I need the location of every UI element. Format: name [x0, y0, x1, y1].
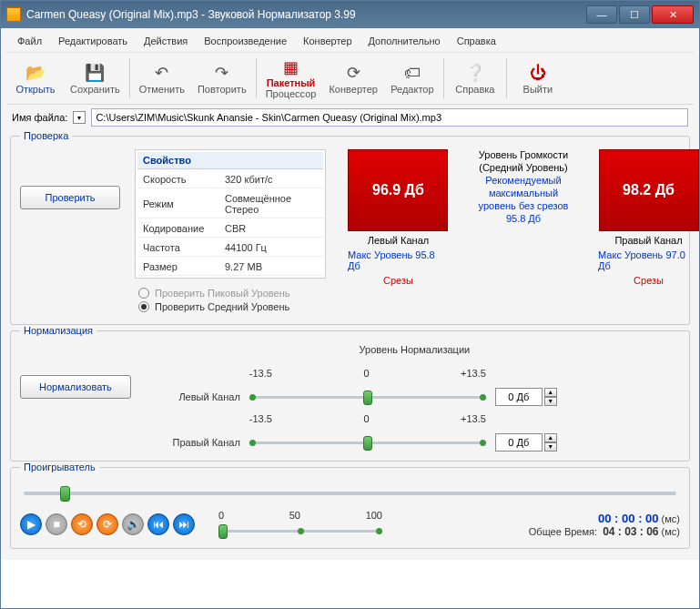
player-legend: Проигрыватель — [20, 462, 99, 472]
radio-icon — [138, 301, 149, 312]
help-button[interactable]: ❔Справка — [448, 56, 502, 100]
radio-average[interactable]: Проверить Средний Уровень — [138, 301, 326, 312]
table-row: РежимСовмещённое Стерео — [137, 190, 323, 218]
loop-button[interactable]: ⟳ — [96, 513, 118, 535]
norm-title: Уровень Нормализации — [149, 344, 680, 355]
player-panel: Проигрыватель ▶ ■ ⟲ ⟳ 🔊 ⏮ ⏭ 0 — [10, 467, 690, 549]
left-channel-slider-label: Левый Канал — [149, 391, 240, 402]
converter-button[interactable]: ⟳Конвертер — [323, 56, 382, 100]
table-row: Скорость320 кбит/с — [137, 171, 323, 188]
filename-label: Имя файла: — [12, 112, 67, 123]
loudness-title: Уровень Громкости — [479, 149, 568, 160]
editor-button[interactable]: 🏷Редактор — [385, 56, 440, 100]
minimize-button[interactable]: — — [586, 5, 617, 24]
table-row: Частота44100 Гц — [137, 239, 323, 257]
menu-file[interactable]: Файл — [10, 33, 49, 49]
file-dropdown-button[interactable]: ▾ — [73, 111, 86, 124]
toolbar: 📂Открыть 💾Сохранить ↶Отменить ↷Повторить… — [6, 53, 694, 105]
tag-icon: 🏷 — [401, 62, 423, 84]
current-time: 00 : 00 : 00 — [598, 512, 659, 525]
stop-button[interactable]: ■ — [46, 513, 67, 535]
titlebar[interactable]: Carmen Queasy (Original Mix).mp3 - Звуко… — [1, 1, 699, 28]
normalize-legend: Нормализация — [20, 325, 96, 336]
radio-icon — [138, 288, 149, 299]
total-time-label: Общее Время: — [529, 526, 597, 537]
table-row: КодированиеCBR — [137, 220, 323, 238]
spinner-down-button[interactable]: ▼ — [544, 442, 557, 452]
left-clips: Срезы — [383, 275, 413, 286]
app-window: Carmen Queasy (Original Mix).mp3 - Звуко… — [0, 0, 700, 609]
maximize-button[interactable]: ☐ — [619, 5, 650, 24]
file-row: Имя файла: ▾ — [6, 105, 694, 130]
right-channel-input[interactable] — [495, 433, 543, 452]
undo-icon: ↶ — [151, 62, 173, 84]
check-legend: Проверка — [20, 130, 72, 141]
app-icon — [6, 7, 21, 22]
spinner-down-button[interactable]: ▼ — [544, 397, 557, 406]
right-channel-label: Правый Канал — [614, 235, 682, 246]
close-button[interactable]: ✕ — [652, 5, 694, 24]
menu-extra[interactable]: Дополнительно — [361, 33, 448, 49]
menu-edit[interactable]: Редактировать — [51, 33, 135, 49]
right-channel-slider[interactable] — [249, 434, 486, 451]
right-channel-slider-label: Правый Канал — [149, 437, 240, 448]
play-button[interactable]: ▶ — [20, 513, 42, 535]
right-max-level: Макс Уровень 97.0 Дб — [598, 249, 699, 271]
redo-button[interactable]: ↷Повторить — [192, 56, 252, 100]
properties-header: Свойство — [137, 152, 323, 169]
menu-help[interactable]: Справка — [450, 33, 503, 49]
undo-button[interactable]: ↶Отменить — [134, 56, 190, 100]
help-icon: ❔ — [464, 62, 486, 84]
batch-icon: ▦ — [280, 57, 302, 77]
volume-slider[interactable] — [218, 523, 382, 539]
convert-icon: ⟳ — [342, 62, 364, 84]
left-channel-slider[interactable] — [249, 389, 486, 405]
normalize-panel: Нормализация Нормализовать Уровень Норма… — [10, 330, 690, 462]
progress-slider[interactable] — [24, 484, 676, 502]
menu-actions[interactable]: Действия — [137, 33, 195, 49]
total-time: 04 : 03 : 06 — [603, 525, 658, 538]
volume-button[interactable]: 🔊 — [122, 513, 144, 535]
loudness-subtitle: (Средний Уровень) — [479, 162, 567, 173]
repeat-button[interactable]: ⟲ — [71, 513, 93, 535]
normalize-button[interactable]: Нормализовать — [20, 375, 131, 399]
left-level-box: 96.9 Дб — [348, 149, 448, 231]
left-channel-label: Левый Канал — [368, 235, 429, 246]
check-panel: Проверка Проверить Свойство Скорость320 … — [10, 136, 690, 325]
right-clips: Срезы — [634, 275, 664, 286]
open-button[interactable]: 📂Открыть — [8, 56, 63, 100]
power-icon: ⏻ — [527, 62, 549, 84]
batch-button[interactable]: ▦ПакетныйПроцессор — [260, 56, 322, 100]
save-button[interactable]: 💾Сохранить — [65, 56, 126, 100]
menubar: Файл Редактировать Действия Воспроизведе… — [6, 30, 694, 53]
menu-converter[interactable]: Конвертер — [296, 33, 359, 49]
menu-playback[interactable]: Воспроизведение — [197, 33, 294, 49]
radio-peak[interactable]: Проверить Пиковый Уровень — [138, 288, 326, 299]
redo-icon: ↷ — [211, 62, 233, 84]
spinner-up-button[interactable]: ▲ — [544, 433, 557, 442]
filename-input[interactable] — [91, 108, 688, 127]
right-level-box: 98.2 Дб — [599, 149, 699, 231]
exit-button[interactable]: ⏻Выйти — [511, 56, 565, 100]
properties-table: Свойство Скорость320 кбит/с РежимСовмещё… — [135, 149, 326, 279]
next-button[interactable]: ⏭ — [173, 513, 195, 535]
left-channel-input[interactable] — [495, 388, 543, 406]
left-max-level: Макс Уровень 95.8 Дб — [348, 249, 449, 271]
prev-button[interactable]: ⏮ — [147, 513, 169, 535]
table-row: Размер9.27 MB — [137, 259, 323, 276]
test-button[interactable]: Проверить — [20, 186, 120, 209]
folder-open-icon: 📂 — [25, 62, 46, 84]
save-icon: 💾 — [84, 62, 106, 84]
window-title: Carmen Queasy (Original Mix).mp3 - Звуко… — [26, 8, 586, 21]
spinner-up-button[interactable]: ▲ — [544, 388, 557, 397]
